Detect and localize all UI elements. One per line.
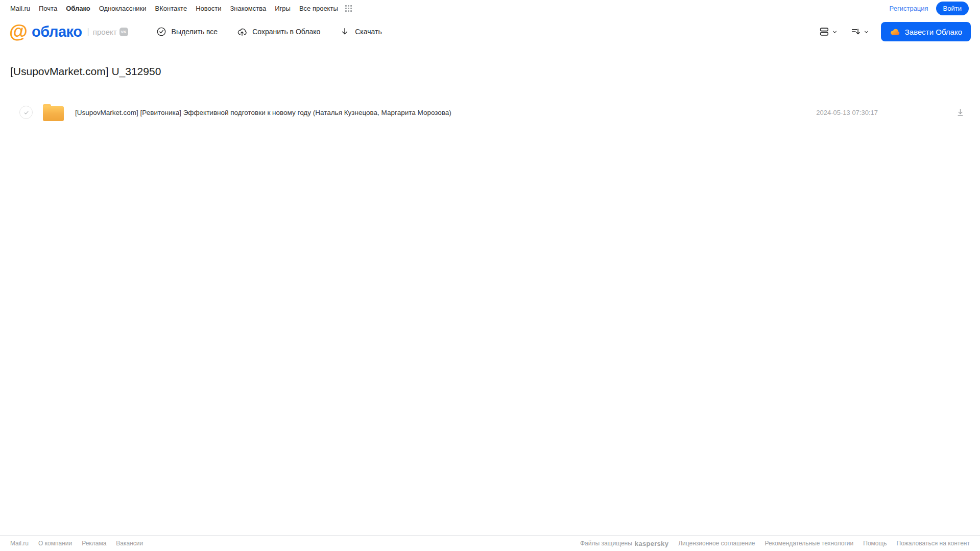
vk-badge-icon: VK [119,28,128,36]
nav-link-novosti[interactable]: Новости [196,5,221,12]
nav-link-znakomstva[interactable]: Знакомства [230,5,266,12]
mailru-at-icon: @ [9,23,28,40]
main-content: [UsupovMarket.com] U_312950 [UsupovMarke… [0,65,980,124]
select-all-button[interactable]: Выделить все [156,27,218,37]
login-button[interactable]: Войти [936,2,969,15]
view-mode-icon [819,26,830,37]
nav-link-mailru[interactable]: Mail.ru [10,5,30,12]
top-utility-bar: Mail.ru Почта Облако Одноклассники ВКонт… [0,0,980,17]
auth-area: Регистрация Войти [890,2,969,15]
brand-wordmark: облако [32,23,82,40]
check-circle-icon [156,27,166,37]
nav-link-odnoklassniki[interactable]: Одноклассники [99,5,147,12]
header: @ облако | проект VK Выделить все Сохран… [0,17,980,46]
cloud-logo[interactable]: @ облако | проект VK [9,23,128,40]
footer: Mail.ru О компании Реклама Вакансии Файл… [0,535,980,551]
footer-link-license[interactable]: Лицензионное соглашение [678,540,755,547]
footer-link-report-content[interactable]: Пожаловаться на контент [897,540,970,547]
nav-link-igry[interactable]: Игры [275,5,291,12]
view-mode-dropdown[interactable] [819,26,838,37]
footer-link-about[interactable]: О компании [38,540,72,547]
nav-link-pochta[interactable]: Почта [39,5,57,12]
nav-link-oblako[interactable]: Облако [66,5,90,12]
cloud-upload-icon [237,27,247,37]
save-to-cloud-button[interactable]: Сохранить в Облако [237,27,320,37]
download-icon [340,27,350,37]
download-button[interactable]: Скачать [340,27,382,37]
sort-icon [850,26,862,37]
file-name-link[interactable]: [UsupovMarket.com] [Ревитоника] Эффектив… [75,109,451,116]
footer-link-jobs[interactable]: Вакансии [116,540,143,547]
footer-link-help[interactable]: Помощь [863,540,887,547]
get-cloud-button[interactable]: Завести Облако [881,22,971,41]
projects-nav: Mail.ru Почта Облако Одноклассники ВКонт… [10,5,352,12]
page-title: [UsupovMarket.com] U_312950 [10,65,970,78]
file-toolbar: Выделить все Сохранить в Облако Скачать [156,27,382,37]
footer-right-links: Файлы защищены kaspersky Лицензионное со… [580,540,970,547]
folder-icon [43,104,64,121]
sort-dropdown[interactable] [850,26,870,37]
nav-link-vkontakte[interactable]: ВКонтакте [155,5,187,12]
project-label: проект [93,28,117,36]
save-to-cloud-label: Сохранить в Облако [252,28,320,36]
nav-link-vse-proekty[interactable]: Все проекты [299,5,338,12]
protected-label: Файлы защищены [580,540,632,547]
register-link[interactable]: Регистрация [890,5,928,12]
file-date: 2024-05-13 07:30:17 [816,109,878,116]
header-right-controls: Завести Облако [819,22,971,41]
get-cloud-label: Завести Облако [905,28,962,36]
logo-divider: | [87,27,89,37]
kaspersky-protection: Файлы защищены kaspersky [580,540,668,547]
check-icon [23,109,30,116]
footer-link-mailru[interactable]: Mail.ru [10,540,29,547]
all-projects-grid-icon[interactable] [345,5,352,12]
footer-link-ads[interactable]: Реклама [82,540,106,547]
chevron-down-icon [863,29,870,35]
file-list: [UsupovMarket.com] [Ревитоника] Эффектив… [10,101,970,124]
download-underline-icon [955,108,965,117]
download-label: Скачать [355,28,382,36]
select-all-label: Выделить все [172,28,218,36]
row-download-button[interactable] [955,108,965,117]
footer-left-links: Mail.ru О компании Реклама Вакансии [10,540,143,547]
row-checkbox[interactable] [19,106,33,119]
file-row[interactable]: [UsupovMarket.com] [Ревитоника] Эффектив… [10,101,970,124]
cloud-icon [890,27,900,37]
chevron-down-icon [831,29,838,35]
kaspersky-link[interactable]: kaspersky [635,540,668,547]
footer-link-recommendation-tech[interactable]: Рекомендательные технологии [765,540,854,547]
